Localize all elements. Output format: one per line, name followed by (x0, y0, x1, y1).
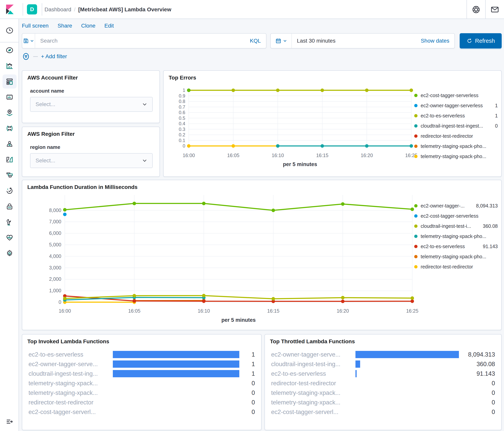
series-point[interactable] (365, 88, 369, 92)
bar-row[interactable]: redirector-test-redirector0 (271, 378, 495, 388)
bar[interactable] (113, 360, 239, 368)
sidebar-item-canvas[interactable] (0, 89, 19, 105)
legend-item[interactable]: ec2-to-es-serverless91.143 (414, 241, 498, 252)
series-point[interactable] (411, 296, 414, 300)
legend-item[interactable]: ec2-owner-tagger-serverless1 (414, 100, 498, 111)
bar[interactable] (355, 370, 357, 377)
series-point[interactable] (187, 88, 190, 92)
mail-icon[interactable] (485, 0, 504, 19)
series-point[interactable] (202, 294, 206, 297)
clone-button[interactable]: Clone (81, 23, 95, 29)
sidebar-item-visualize[interactable] (0, 58, 19, 74)
series-point[interactable] (411, 207, 414, 211)
sidebar-item-dev-tools[interactable] (0, 168, 19, 183)
series-point[interactable] (133, 202, 136, 205)
sidebar-item-uptime[interactable] (0, 183, 19, 199)
collapse-menu-icon[interactable] (0, 414, 19, 430)
filter-icon[interactable] (22, 52, 30, 61)
bar-row[interactable]: redirector-test-redirector0 (28, 398, 255, 407)
sidebar-item-discover[interactable] (0, 42, 19, 58)
series-point[interactable] (63, 297, 67, 300)
bar[interactable] (355, 351, 459, 358)
series-point[interactable] (63, 208, 67, 212)
region-name-select[interactable]: Select... (30, 153, 153, 168)
bar-row[interactable]: cloudtrail-ingest-test-ing...360.08 (271, 359, 495, 369)
legend-item[interactable]: telemetry-staging-xpack-pho... (414, 151, 498, 161)
series-point[interactable] (133, 294, 136, 297)
calendar-button[interactable] (271, 34, 292, 48)
refresh-button[interactable]: Refresh (460, 33, 502, 48)
search-input[interactable] (35, 34, 245, 48)
sidebar-item-maps[interactable] (0, 105, 19, 121)
legend-item[interactable]: telemetry-staging-xpack-pho... (414, 252, 498, 262)
account-name-select[interactable]: Select... (30, 97, 153, 112)
series-point[interactable] (232, 144, 235, 148)
series-point[interactable] (187, 144, 190, 148)
bar-row[interactable]: ec2-owner-tagger-serve...8,094.313 (271, 350, 495, 359)
series-point[interactable] (410, 88, 413, 92)
series-point[interactable] (341, 202, 344, 206)
legend-item[interactable]: ec2-to-es-serverless1 (414, 111, 498, 121)
sidebar-item-settings[interactable] (0, 246, 19, 261)
sidebar-item-security[interactable] (0, 199, 19, 214)
kibana-logo-icon[interactable] (4, 3, 15, 15)
series-point[interactable] (271, 297, 275, 300)
bar-row[interactable]: cloudtrail-ingest-test-ing...1 (28, 369, 255, 378)
sidebar-item-dashboard[interactable] (0, 74, 19, 89)
breadcrumb-dashboard[interactable]: Dashboard (45, 6, 71, 13)
edit-button[interactable]: Edit (104, 23, 114, 29)
legend-item[interactable]: redirector-test-redirector (414, 262, 498, 272)
series-point[interactable] (321, 144, 324, 148)
top-errors-chart[interactable]: 16:0016:0516:1016:1516:2016:2500.10.20.3… (168, 83, 418, 170)
legend-item[interactable]: ec2-owner-tagger-...8,094.313 (414, 201, 498, 211)
bar[interactable] (113, 370, 239, 377)
series-point[interactable] (365, 144, 369, 148)
series-point[interactable] (410, 144, 413, 148)
legend-item[interactable]: ec2-cost-tagger-serverless (414, 90, 498, 100)
share-button[interactable]: Share (58, 23, 72, 29)
series-point[interactable] (63, 213, 67, 216)
sidebar-item-reporting[interactable] (0, 152, 19, 168)
legend-item[interactable]: redirector-test-redirector (414, 131, 498, 141)
kql-button[interactable]: KQL (245, 34, 266, 48)
series-point[interactable] (341, 296, 344, 299)
series-point[interactable] (411, 300, 414, 303)
bar-row[interactable]: ec2-cost-tagger-serverl...0 (271, 407, 495, 417)
saved-query-button[interactable] (22, 34, 35, 48)
show-dates-button[interactable]: Show dates (421, 38, 454, 44)
sidebar-item-stack-management[interactable] (0, 214, 19, 230)
legend-item[interactable]: cloudtrail-ingest-test-i...360.08 (414, 221, 498, 231)
duration-chart[interactable]: 16:0016:0516:1016:1516:2016:2501,0002,00… (27, 192, 419, 326)
space-badge[interactable]: D (27, 4, 37, 14)
time-range-value[interactable]: Last 30 minutes (292, 38, 421, 44)
sidebar-item-graph[interactable] (0, 136, 19, 152)
sidebar-item-monitoring[interactable] (0, 230, 19, 246)
bar-row[interactable]: ec2-owner-tagger-serve...1 (28, 359, 255, 369)
series-point[interactable] (232, 88, 235, 92)
sidebar-item-recent[interactable] (0, 19, 19, 42)
bar-row[interactable]: ec2-to-es-serverless91.143 (271, 369, 495, 378)
bar-row[interactable]: ec2-cost-tagger-serverl...0 (28, 407, 255, 417)
bar-row[interactable]: telemetry-staging-xpack...0 (28, 378, 255, 388)
help-buoy-icon[interactable] (467, 0, 485, 19)
series-point[interactable] (276, 88, 279, 92)
series-point[interactable] (271, 209, 275, 212)
add-filter-button[interactable]: + Add filter (41, 53, 67, 60)
full-screen-button[interactable]: Full screen (22, 23, 49, 29)
bar-row[interactable]: telemetry-staging-xpack...0 (271, 388, 495, 398)
series-point[interactable] (133, 299, 136, 303)
bar-row[interactable]: ec2-to-es-serverless1 (28, 350, 255, 359)
bar[interactable] (113, 351, 239, 358)
series-point[interactable] (276, 144, 279, 148)
bar[interactable] (355, 360, 360, 368)
bar-row[interactable]: telemetry-staging-xpack...0 (28, 388, 255, 398)
series-point[interactable] (341, 300, 344, 303)
series-point[interactable] (202, 202, 206, 205)
legend-item[interactable]: ec2-cost-tagger-serverless (414, 211, 498, 221)
legend-item[interactable]: telemetry-staging-xpack-pho... (414, 141, 498, 151)
series-point[interactable] (202, 300, 206, 303)
sidebar-item-machine-learning[interactable] (0, 121, 19, 136)
legend-item[interactable]: cloudtrail-ingest-test-ingest...0 (414, 121, 498, 131)
legend-item[interactable]: telemetry-staging-xpack-pho... (414, 231, 498, 241)
series-point[interactable] (321, 88, 324, 92)
